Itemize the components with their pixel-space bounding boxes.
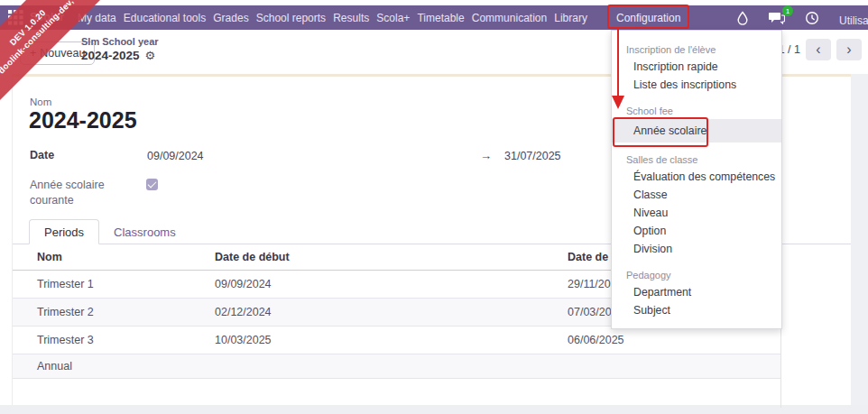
column-header-nom[interactable]: Nom (13, 251, 215, 263)
activity-clock-icon[interactable] (805, 11, 819, 25)
nav-item-scola-plus[interactable]: Scola+ (376, 12, 410, 24)
user-menu[interactable]: Utilisat (839, 9, 868, 27)
date-end-field[interactable]: 31/07/2025 (504, 150, 561, 162)
pager-previous-button[interactable]: ‹ (806, 39, 831, 60)
nav-item-grades[interactable]: Grades (213, 12, 248, 24)
nav-item-library[interactable]: Library (554, 12, 587, 24)
current-year-label: Année scolaire courante (30, 178, 131, 208)
pager: 1 / 1 ‹ › (779, 39, 862, 60)
current-year-checkbox[interactable] (146, 179, 158, 190)
nav-item-configuration-label: Configuration (616, 12, 680, 24)
top-navbar: Scolar My data Educational tools Grades … (0, 5, 868, 30)
menu-item-classe[interactable]: Classe (612, 186, 781, 204)
date-range-arrow-icon: → (480, 149, 492, 162)
cell-nom[interactable]: Trimester 2 (13, 306, 215, 318)
nav-item-school-reports[interactable]: School reports (256, 12, 326, 24)
tab-periods[interactable]: Periods (29, 219, 99, 244)
date-start-field[interactable]: 09/09/2024 (147, 150, 204, 162)
nav-item-timetable[interactable]: Timetable (417, 12, 464, 24)
new-button-label: Nouveau (40, 47, 85, 60)
breadcrumb-parent[interactable]: Slm School year (81, 36, 159, 47)
menu-item-niveau[interactable]: Niveau (612, 204, 781, 222)
droplet-icon[interactable] (736, 11, 749, 25)
menu-item-department[interactable]: Department (612, 283, 781, 301)
messages-icon[interactable]: 1 (769, 11, 785, 24)
record-title[interactable]: 2024-2025 (29, 107, 137, 133)
menu-item-liste-inscriptions[interactable]: Liste des inscriptions (612, 76, 781, 94)
message-count-badge: 1 (782, 5, 793, 16)
cell-date-debut[interactable]: 10/03/2025 (215, 334, 568, 346)
menu-section-inscription: Inscription de l'élève (612, 41, 781, 58)
menu-item-division[interactable]: Division (612, 240, 781, 258)
cell-date-debut[interactable]: 02/12/2024 (215, 306, 568, 318)
cell-nom[interactable]: Trimester 1 (13, 278, 215, 290)
navbar-right: 1 Utilisat (736, 5, 868, 30)
nav-item-results[interactable]: Results (333, 12, 369, 24)
menu-section-salles-de-classe: Salles de classe (612, 152, 781, 168)
nav-item-my-data[interactable]: My data (78, 12, 116, 24)
menu-item-subject[interactable]: Subject (612, 301, 781, 319)
nav-item-communication[interactable]: Communication (472, 12, 547, 24)
gear-icon[interactable]: ⚙ (145, 49, 156, 62)
tab-classrooms[interactable]: Classrooms (99, 219, 190, 244)
nav-menu: My data Educational tools Grades School … (78, 5, 587, 30)
configuration-dropdown-menu: Inscription de l'élève Inscription rapid… (611, 30, 782, 329)
apps-grid-icon[interactable] (8, 10, 23, 25)
page-background-right (851, 74, 868, 405)
page: Scolar My data Educational tools Grades … (0, 0, 868, 414)
notebook-tabs: Periods Classrooms (29, 219, 190, 244)
breadcrumb-current: 2024-2025 (81, 49, 140, 62)
breadcrumb: Slm School year 2024-2025⚙ (81, 36, 159, 63)
nav-item-educational-tools[interactable]: Educational tools (124, 12, 206, 24)
cell-date-fin[interactable]: 06/06/2025 (568, 334, 780, 346)
column-header-date-debut[interactable]: Date de début (215, 251, 568, 263)
cell-date-debut[interactable]: 09/09/2024 (215, 278, 568, 290)
menu-item-inscription-rapide[interactable]: Inscription rapide (612, 58, 781, 76)
menu-item-option[interactable]: Option (612, 222, 781, 240)
menu-item-annee-scolaire[interactable]: Année scolaire (612, 119, 781, 143)
cell-nom[interactable]: Annual (13, 360, 215, 373)
menu-section-pedagogy: Pedagogy (612, 267, 781, 283)
app-name[interactable]: Scolar (30, 11, 64, 23)
menu-section-school-fee: School fee (612, 103, 781, 119)
nav-item-configuration[interactable]: Configuration Inscription de l'élève Ins… (610, 5, 687, 30)
table-row[interactable]: Trimester 3 10/03/2025 06/06/2025 (13, 327, 780, 354)
cell-nom[interactable]: Trimester 3 (13, 334, 215, 346)
menu-item-evaluation-competences[interactable]: Évaluation des compétences (612, 168, 781, 186)
plus-icon: + (30, 47, 36, 60)
date-label: Date (30, 149, 54, 161)
annotation-line (617, 29, 619, 97)
annotation-arrow-icon (612, 96, 624, 109)
table-row[interactable]: Annual (13, 354, 780, 379)
name-label: Nom (30, 97, 51, 107)
pager-next-button[interactable]: › (836, 39, 862, 60)
